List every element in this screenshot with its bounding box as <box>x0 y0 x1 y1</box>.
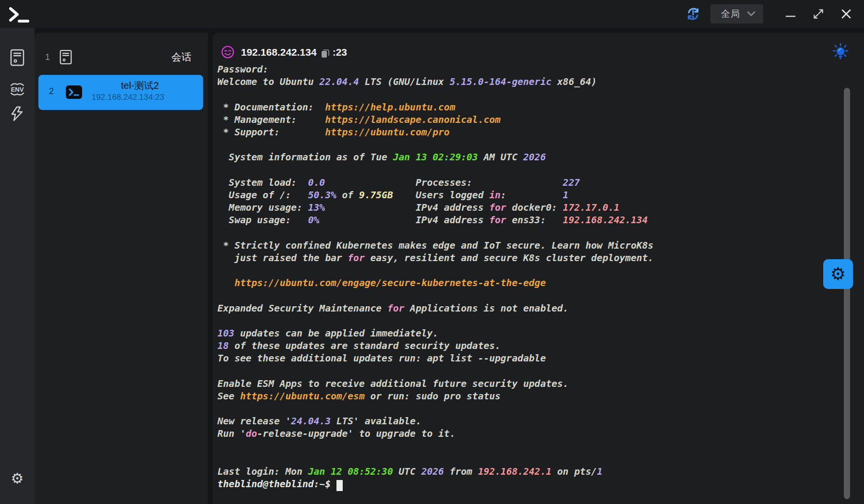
terminal-settings-button[interactable]: ⚙ <box>823 259 853 289</box>
terminal-scrollbar-thumb[interactable] <box>844 88 850 499</box>
global-scope-dropdown[interactable]: 全局 <box>710 4 763 24</box>
app-window: 全局 <box>0 0 864 504</box>
session-item-address: 192.168.242.134:23 <box>58 93 198 102</box>
copy-icon[interactable] <box>321 48 329 58</box>
session-list-panel: 1 会话 2 tel-测试2 192.168.242.134:23 <box>35 33 208 504</box>
maximize-restore-button[interactable] <box>804 0 832 28</box>
terminal-host: 192.168.242.134 <box>241 47 317 58</box>
restore-expand-icon <box>812 8 825 20</box>
settings-gear-icon: ⚙ <box>830 265 846 283</box>
host-server-icon <box>60 49 72 65</box>
sidebar-item-sessions[interactable] <box>0 49 35 66</box>
sidebar-item-quick-actions[interactable] <box>0 106 35 122</box>
lightbulb-hint-icon[interactable] <box>831 42 850 62</box>
session-item-index: 2 <box>49 86 54 96</box>
close-icon <box>840 8 852 20</box>
close-button[interactable] <box>832 0 860 28</box>
settings-gear-icon: ⚙ <box>11 471 24 486</box>
app-logo-terminal-icon <box>8 5 30 24</box>
terminal-port: :23 <box>333 47 347 58</box>
sidebar-item-environment[interactable]: ENV <box>0 82 35 97</box>
session-group-label: 会话 <box>171 50 192 64</box>
session-group-index: 1 <box>45 52 60 62</box>
svg-text:ENV: ENV <box>11 86 24 93</box>
minimize-button[interactable] <box>777 0 804 28</box>
minimize-icon <box>785 8 796 20</box>
title-bar: 全局 <box>0 0 864 28</box>
activity-sidebar: ENV ⚙ <box>0 28 35 504</box>
terminal-panel: 192.168.242.134 :23 Password:Welcome <box>213 33 864 504</box>
sidebar-item-settings[interactable]: ⚙ <box>0 471 35 486</box>
terminal-header: 192.168.242.134 :23 <box>221 45 347 59</box>
host-server-icon <box>10 49 24 66</box>
global-scope-label: 全局 <box>721 8 740 20</box>
session-item-selected[interactable]: 2 tel-测试2 192.168.242.134:23 <box>38 75 203 110</box>
smiley-face-icon <box>221 45 235 59</box>
sync-alert-icon <box>685 6 701 22</box>
chevron-down-icon <box>747 11 756 17</box>
env-badge-icon: ENV <box>8 82 26 97</box>
session-item-title: tel-测试2 <box>82 79 198 92</box>
sync-status-button[interactable] <box>683 3 704 24</box>
lightning-bolt-icon <box>10 106 25 122</box>
session-group-row[interactable]: 1 会话 <box>35 46 208 68</box>
terminal-output[interactable]: Password:Welcome to Ubuntu 22.04.4 LTS (… <box>217 63 841 491</box>
titlebar-controls: 全局 <box>683 0 864 28</box>
